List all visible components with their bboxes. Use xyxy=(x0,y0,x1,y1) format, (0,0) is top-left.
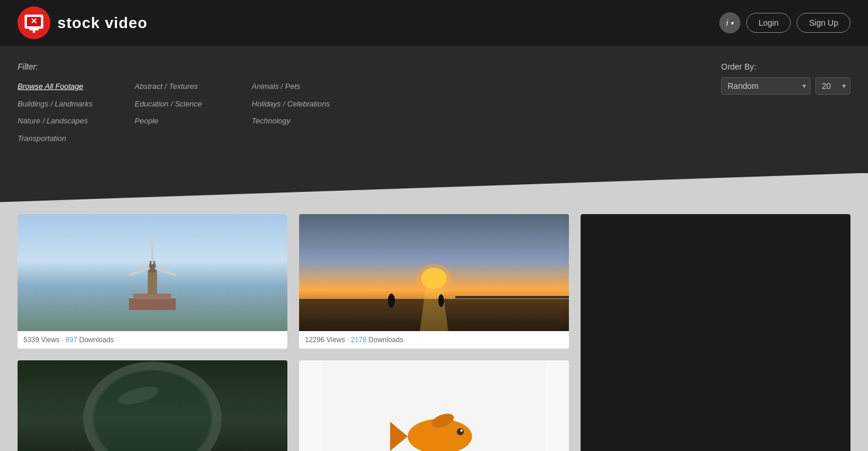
video-card-inner-1[interactable]: 5339 Views · 897 Downloads xyxy=(18,214,287,349)
count-select-wrapper: 10 20 50 100 xyxy=(815,77,850,95)
logo-text: stock video xyxy=(57,14,147,32)
downloads-label-1: Downloads xyxy=(79,336,114,344)
thumb-windmill xyxy=(18,214,287,331)
video-card-inner-5[interactable] xyxy=(299,360,569,451)
video-thumb-5 xyxy=(299,360,569,451)
filter-holidays[interactable]: Holidays / Celebrations xyxy=(252,98,357,110)
signup-button[interactable]: Sign Up xyxy=(797,13,850,33)
logo-icon: ✕ xyxy=(18,6,50,39)
thumb-sunset xyxy=(299,214,569,331)
video-card-1: 5339 Views · 897 Downloads xyxy=(18,214,287,349)
thumb-fish xyxy=(299,360,569,451)
svg-rect-5 xyxy=(33,30,35,33)
svg-point-11 xyxy=(150,264,156,270)
filter-buildings[interactable]: Buildings / Landmarks xyxy=(18,98,123,110)
order-by-section: Order By: Random Newest Most Viewed Most… xyxy=(721,62,850,95)
filter-technology[interactable]: Technology xyxy=(252,115,357,127)
filter-col-3: Animals / Pets Holidays / Celebrations T… xyxy=(252,81,357,150)
video-thumb-2 xyxy=(299,214,569,331)
filter-transportation[interactable]: Transportation xyxy=(18,133,123,144)
downloads-label-2: Downloads xyxy=(369,336,403,344)
video-card-3-container xyxy=(581,214,850,451)
video-card-5 xyxy=(299,360,569,451)
svg-point-19 xyxy=(388,294,395,308)
svg-rect-12 xyxy=(129,298,176,310)
order-select[interactable]: Random Newest Most Viewed Most Downloade… xyxy=(721,77,811,95)
filter-education[interactable]: Education / Science xyxy=(135,98,240,110)
info-button[interactable]: i ▾ xyxy=(719,12,740,33)
svg-point-29 xyxy=(457,428,464,435)
downloads-count-1: 897 xyxy=(66,336,77,344)
login-button[interactable]: Login xyxy=(746,13,791,33)
svg-rect-21 xyxy=(455,296,569,298)
views-label-2: Views · xyxy=(327,336,351,344)
count-select[interactable]: 10 20 50 100 xyxy=(815,77,850,95)
filter-abstract[interactable]: Abstract / Textures xyxy=(135,81,240,92)
views-count-2: 12296 xyxy=(305,336,324,344)
video-card-4 xyxy=(18,360,287,451)
filter-panel: Filter: Browse All Footage Buildings / L… xyxy=(0,46,868,173)
video-card-dark[interactable] xyxy=(581,214,850,451)
info-icon: i xyxy=(726,18,728,27)
video-thumb-4 xyxy=(18,360,287,451)
order-select-wrapper: Random Newest Most Viewed Most Downloade… xyxy=(721,77,811,95)
content: 5339 Views · 897 Downloads xyxy=(0,202,868,451)
filter-browse-all[interactable]: Browse All Footage xyxy=(18,81,123,92)
info-chevron-icon: ▾ xyxy=(730,20,733,26)
svg-point-20 xyxy=(438,294,444,307)
views-count-1: 5339 xyxy=(23,336,39,344)
downloads-count-2: 2178 xyxy=(351,336,367,344)
filter-col-2: Abstract / Textures Education / Science … xyxy=(135,81,240,150)
diagonal-separator xyxy=(0,173,868,202)
filter-nature[interactable]: Nature / Landscapes xyxy=(18,115,123,127)
svg-text:✕: ✕ xyxy=(30,16,37,26)
thumb-fishtank xyxy=(18,360,287,451)
video-card-inner-2[interactable]: 12296 Views · 2178 Downloads xyxy=(299,214,569,349)
svg-point-30 xyxy=(461,429,463,432)
svg-rect-4 xyxy=(29,29,39,30)
svg-rect-13 xyxy=(133,294,171,299)
filter-col-1: Browse All Footage Buildings / Landmarks… xyxy=(18,81,123,150)
order-by-controls: Random Newest Most Viewed Most Downloade… xyxy=(721,77,850,95)
video-card-2: 12296 Views · 2178 Downloads xyxy=(299,214,569,349)
filter-animals[interactable]: Animals / Pets xyxy=(252,81,357,92)
views-label-1: Views · xyxy=(41,336,66,344)
filter-people[interactable]: People xyxy=(135,115,240,127)
video-meta-2: 12296 Views · 2178 Downloads xyxy=(299,331,569,349)
video-card-inner-4[interactable] xyxy=(18,360,287,451)
video-grid: 5339 Views · 897 Downloads xyxy=(18,214,850,451)
video-thumb-1 xyxy=(18,214,287,331)
video-meta-1: 5339 Views · 897 Downloads xyxy=(18,331,287,349)
header: ✕ stock video i ▾ Login Sign Up xyxy=(0,0,868,46)
header-right: i ▾ Login Sign Up xyxy=(719,12,850,33)
logo-area: ✕ stock video xyxy=(18,6,147,39)
order-by-label: Order By: xyxy=(721,62,850,71)
